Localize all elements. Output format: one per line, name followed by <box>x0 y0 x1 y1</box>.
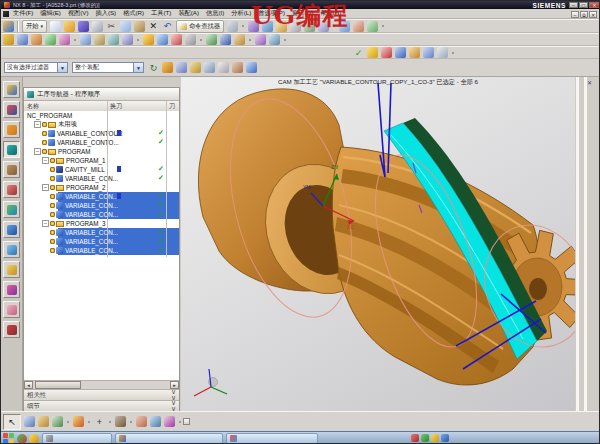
helper-icon[interactable] <box>227 21 238 32</box>
tree-row[interactable]: VARIABLE_CONTO...✓ <box>24 138 179 147</box>
tree-expander[interactable]: − <box>42 184 49 191</box>
part-navigator-button[interactable] <box>3 121 20 138</box>
select-arrow-icon[interactable] <box>204 62 215 73</box>
open-folder-icon[interactable] <box>64 21 75 32</box>
generate-toolpath-icon[interactable] <box>143 34 154 45</box>
save-icon[interactable] <box>78 21 89 32</box>
toolpath-display-icon[interactable] <box>423 47 434 58</box>
operation-navigator-button[interactable] <box>3 141 20 158</box>
tree-expander[interactable]: − <box>42 220 49 227</box>
tree-row[interactable]: VARIABLE_CON...✓ <box>24 210 179 219</box>
post-process-icon[interactable] <box>220 34 231 45</box>
column-toolpath[interactable]: 刀 <box>169 102 175 111</box>
reuse-library-button[interactable] <box>3 181 20 198</box>
start-menu-button[interactable]: 开始▾ <box>22 20 47 33</box>
tree-expander[interactable]: − <box>42 157 49 164</box>
work-part-icon[interactable] <box>162 62 173 73</box>
chevron-down-icon[interactable]: ▼ <box>133 63 143 72</box>
task-button-2[interactable] <box>115 433 223 444</box>
tree-expander[interactable]: − <box>34 121 41 128</box>
tree-row[interactable]: VARIABLE_CONTOUR✓ <box>24 129 179 138</box>
post-output-icon[interactable] <box>395 47 406 58</box>
task-button-3[interactable] <box>226 433 318 444</box>
tree-row[interactable]: VARIABLE_CON...✓ <box>24 174 179 183</box>
command-finder-button[interactable]: 命令查找器 <box>176 20 224 33</box>
tree-row[interactable]: VARIABLE_CON...✓ <box>24 228 179 237</box>
select-rect-icon[interactable] <box>218 62 229 73</box>
filter-face-icon[interactable] <box>232 62 243 73</box>
cut-icon[interactable]: ✂ <box>106 21 117 32</box>
manufacturing-wizards-button[interactable] <box>3 281 20 298</box>
3d-scene[interactable]: ZM YM XC <box>181 77 575 413</box>
machine-simulation-icon[interactable] <box>206 34 217 45</box>
replay-toolpath-icon[interactable] <box>157 34 168 45</box>
tray-icon-2[interactable] <box>421 434 429 442</box>
tree-expander[interactable]: − <box>34 148 41 155</box>
properties-icon[interactable] <box>437 47 448 58</box>
task-button-1[interactable] <box>42 433 112 444</box>
paste-icon[interactable] <box>134 21 145 32</box>
delete-icon[interactable]: ✕ <box>148 21 159 32</box>
machine-tool-navigator-button[interactable] <box>3 161 20 178</box>
copy-operation-icon[interactable] <box>122 34 133 45</box>
doc-restore-button[interactable]: ⧉ <box>580 11 588 18</box>
shaded-mode-icon[interactable] <box>246 62 257 73</box>
render-sphere-icon[interactable] <box>73 416 84 427</box>
system-materials-button[interactable] <box>3 321 20 338</box>
zoom-browse-icon[interactable] <box>150 416 161 427</box>
list-toolpath-icon[interactable] <box>185 34 196 45</box>
verify-toolpath-icon[interactable] <box>171 34 182 45</box>
tree-row[interactable]: −PROGRAM <box>24 147 179 156</box>
constraint-navigator-button[interactable] <box>3 101 20 118</box>
column-name[interactable]: 名称 <box>27 102 39 111</box>
tree-row[interactable]: VARIABLE_CON...✓ <box>24 237 179 246</box>
shop-documentation-icon[interactable] <box>234 34 245 45</box>
tree-row[interactable]: VARIABLE_CON...✓ <box>24 201 179 210</box>
palette-icon[interactable] <box>164 416 175 427</box>
dependencies-section[interactable]: 相关性 ∨∨ <box>24 389 179 400</box>
assembly-navigator-button[interactable] <box>3 81 20 98</box>
doc-close-button[interactable]: ✕ <box>589 11 597 18</box>
menu-item-6[interactable]: 装配(A) <box>178 9 199 18</box>
layer-settings-icon[interactable] <box>269 34 280 45</box>
tree-row[interactable]: NC_PROGRAM <box>24 111 179 120</box>
tree-row[interactable]: VARIABLE_CON...✓ <box>24 246 179 255</box>
roles-button[interactable] <box>3 301 20 318</box>
object-display-icon[interactable] <box>255 34 266 45</box>
transform-object-icon[interactable] <box>108 34 119 45</box>
tree-row[interactable]: −PROGRAM_1 <box>24 156 179 165</box>
nx-sphere-icon[interactable] <box>3 21 14 32</box>
tray-icon-1[interactable] <box>411 434 419 442</box>
selection-scope-combo[interactable]: 整个装配 ▼ <box>72 62 144 73</box>
menu-item-1[interactable]: 编辑(E) <box>40 9 61 18</box>
lasso-icon[interactable] <box>115 416 126 427</box>
history-button[interactable] <box>3 241 20 258</box>
process-studio-button[interactable] <box>3 261 20 278</box>
move-component-icon[interactable] <box>38 416 49 427</box>
menu-item-0[interactable]: 文件(F) <box>13 9 33 18</box>
new-file-icon[interactable] <box>50 21 61 32</box>
menu-item-5[interactable]: 工具(T) <box>151 9 171 18</box>
create-geometry-icon[interactable] <box>31 34 42 45</box>
navigator-title-bar[interactable]: 工序导航器 - 程序顺序 <box>24 88 179 101</box>
create-program-icon[interactable] <box>3 34 14 45</box>
snap-point-icon[interactable] <box>176 62 187 73</box>
create-operation-icon[interactable] <box>59 34 70 45</box>
web-browser-button[interactable] <box>3 221 20 238</box>
confirm-toolpath-icon[interactable]: ✓ <box>353 47 364 58</box>
undo-icon[interactable]: ↶ <box>162 21 173 32</box>
splitter-handle[interactable] <box>584 77 587 413</box>
close-icon[interactable]: ✕ <box>587 79 592 86</box>
quick-launch-app1-icon[interactable] <box>17 434 27 444</box>
graphics-viewport[interactable]: CAM 加工工艺 "VARIABLE_CONTOUR_COPY_1_CO-3" … <box>181 77 575 413</box>
shop-doc-icon[interactable] <box>409 47 420 58</box>
menu-item-3[interactable]: 插入(S) <box>96 9 117 18</box>
edit-object-icon[interactable] <box>94 34 105 45</box>
refresh-icon[interactable]: ↻ <box>148 62 159 73</box>
menu-item-4[interactable]: 格式(R) <box>123 9 144 18</box>
maximize-button[interactable]: ▢ <box>579 2 588 8</box>
simulate-machine-icon[interactable] <box>367 47 378 58</box>
user-profile-icon[interactable] <box>136 416 147 427</box>
scroll-left-icon[interactable]: ◂ <box>24 381 33 389</box>
assembly-constraints-icon[interactable] <box>52 416 63 427</box>
